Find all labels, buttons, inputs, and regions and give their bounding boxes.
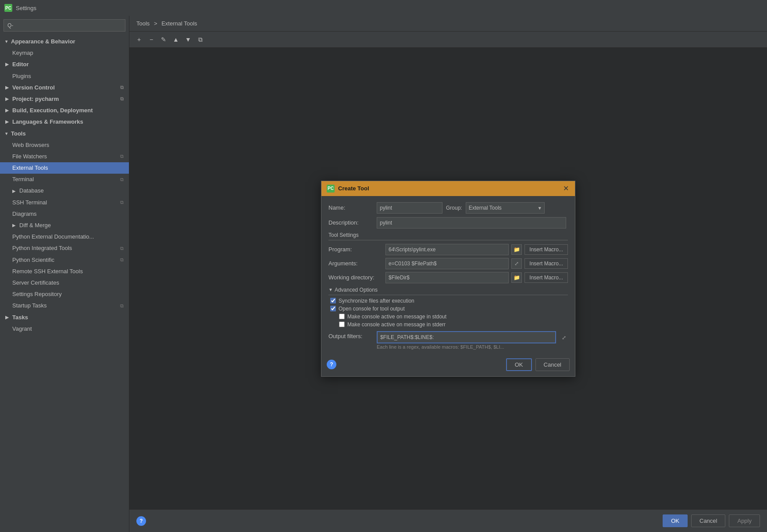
description-row: Description: xyxy=(328,217,568,229)
sidebar-label-vagrant: Vagrant xyxy=(12,325,32,333)
sidebar-item-diagrams[interactable]: Diagrams xyxy=(0,208,129,220)
make-active-stdout-checkbox[interactable] xyxy=(339,314,345,319)
arguments-input[interactable] xyxy=(385,258,509,269)
sync-files-checkbox[interactable] xyxy=(330,298,336,303)
output-filters-row: Output filters: ⤢ Each line is a regex, … xyxy=(328,331,568,350)
arguments-insert-macro-button[interactable]: Insert Macro... xyxy=(524,258,568,269)
dialog-ok-button[interactable]: OK xyxy=(506,358,532,371)
sidebar-label-build-execution: Build, Execution, Deployment xyxy=(12,107,93,114)
sidebar-label-plugins: Plugins xyxy=(12,72,31,80)
sidebar-item-project-pycharm[interactable]: ▶ Project: pycharm ⧉ xyxy=(0,93,129,105)
working-dir-label: Working directory: xyxy=(328,274,385,281)
breadcrumb-parent: Tools xyxy=(136,20,150,27)
sidebar-item-editor[interactable]: ▶ Editor xyxy=(0,59,129,70)
sidebar-item-startup-tasks[interactable]: Startup Tasks ⧉ xyxy=(0,300,129,311)
sidebar-label-web-browsers: Web Browsers xyxy=(12,141,49,149)
arguments-label: Arguments: xyxy=(328,260,385,267)
group-select[interactable]: External Tools xyxy=(466,202,545,214)
sidebar-item-diff-merge[interactable]: ▶ Diff & Merge xyxy=(0,220,129,231)
sidebar-label-python-integrated-tools: Python Integrated Tools xyxy=(12,244,72,252)
expand-arrow-vc: ▶ xyxy=(5,85,9,91)
program-insert-macro-button[interactable]: Insert Macro... xyxy=(524,244,568,255)
toolbar: + − ✎ ▲ ▼ ⧉ xyxy=(129,32,767,48)
copy-icon-vc: ⧉ xyxy=(120,84,124,91)
make-active-stderr-checkbox[interactable] xyxy=(339,321,345,327)
sidebar-item-web-browsers[interactable]: Web Browsers xyxy=(0,139,129,151)
dialog-title-text: Create Tool xyxy=(338,185,369,192)
dialog-app-icon: PC xyxy=(327,185,335,193)
sidebar-item-tasks[interactable]: ▶ Tasks xyxy=(0,312,129,323)
sidebar-item-remote-ssh-tools[interactable]: Remote SSH External Tools xyxy=(0,266,129,277)
sidebar-item-external-tools[interactable]: External Tools xyxy=(0,162,129,174)
main-help-button[interactable]: ? xyxy=(136,516,146,526)
sidebar-item-server-certificates[interactable]: Server Certificates xyxy=(0,277,129,289)
sidebar-item-build-execution[interactable]: ▶ Build, Execution, Deployment xyxy=(0,105,129,116)
program-input[interactable] xyxy=(385,244,509,255)
sidebar-item-vagrant[interactable]: Vagrant xyxy=(0,323,129,335)
sidebar-label-tools: Tools xyxy=(11,130,26,138)
sidebar-label-database: Database xyxy=(19,187,44,195)
arguments-expand-button[interactable]: ⤢ xyxy=(511,258,522,269)
working-dir-browse-button[interactable]: 📁 xyxy=(511,272,522,283)
make-active-stdout-label: Make console active on message in stdout xyxy=(347,314,446,320)
sidebar-item-keymap[interactable]: Keymap xyxy=(0,47,129,59)
name-group-row: Name: Group: External Tools ▼ xyxy=(328,202,568,214)
edit-tool-button[interactable]: ✎ xyxy=(158,34,169,45)
sidebar-label-appearance-behavior: Appearance & Behavior xyxy=(11,38,75,46)
sidebar-item-database[interactable]: ▶ Database xyxy=(0,185,129,196)
working-dir-insert-macro-button[interactable]: Insert Macro... xyxy=(524,272,568,283)
tool-settings: Program: 📁 Insert Macro... Arg xyxy=(328,244,568,283)
output-filters-expand-button[interactable]: ⤢ xyxy=(560,333,568,342)
output-filters-input[interactable] xyxy=(377,331,556,343)
working-dir-input[interactable] xyxy=(385,272,509,283)
move-down-button[interactable]: ▼ xyxy=(183,34,193,45)
dialog-cancel-button[interactable]: Cancel xyxy=(535,358,570,371)
sidebar-item-languages-frameworks[interactable]: ▶ Languages & Frameworks xyxy=(0,116,129,128)
make-active-stderr-label: Make console active on message in stderr xyxy=(347,321,446,328)
sidebar-item-ssh-terminal[interactable]: SSH Terminal ⧉ xyxy=(0,197,129,208)
copy-tool-button[interactable]: ⧉ xyxy=(195,34,206,45)
name-input[interactable] xyxy=(377,202,442,214)
sidebar-label-diff-merge: Diff & Merge xyxy=(19,221,51,229)
sidebar-item-python-scientific[interactable]: Python Scientific ⧉ xyxy=(0,254,129,266)
right-panel: Tools > External Tools + − ✎ ▲ ▼ ⧉ xyxy=(129,16,767,532)
description-input[interactable] xyxy=(377,217,566,229)
output-filters-hint: Each line is a regex, available macros: … xyxy=(377,344,568,350)
add-tool-button[interactable]: + xyxy=(134,34,144,45)
sidebar-item-python-integrated-tools[interactable]: Python Integrated Tools ⧉ xyxy=(0,243,129,254)
help-button[interactable]: ? xyxy=(327,360,336,369)
expand-arrow-appearance: ▾ xyxy=(5,39,7,45)
expand-arrow-database: ▶ xyxy=(12,188,16,194)
collapse-arrow-icon: ▼ xyxy=(328,287,333,292)
sidebar-item-python-external-docs[interactable]: Python External Documentatio... xyxy=(0,231,129,243)
sync-files-label: Synchronize files after execution xyxy=(339,298,414,304)
move-up-button[interactable]: ▲ xyxy=(171,34,181,45)
sidebar-item-terminal[interactable]: Terminal ⧉ xyxy=(0,174,129,185)
expand-arrow-editor: ▶ xyxy=(5,61,9,68)
search-input[interactable] xyxy=(4,19,125,32)
main-cancel-button[interactable]: Cancel xyxy=(691,514,725,527)
sidebar-item-settings-repository[interactable]: Settings Repository xyxy=(0,289,129,300)
sidebar-item-plugins[interactable]: Plugins xyxy=(0,71,129,82)
sidebar-label-terminal: Terminal xyxy=(12,175,34,183)
sync-files-row: Synchronize files after execution xyxy=(328,298,568,304)
panel-content: PC Create Tool ✕ Name: Group: xyxy=(129,48,767,509)
sidebar-label-file-watchers: File Watchers xyxy=(12,153,47,161)
advanced-options-header[interactable]: ▼ Advanced Options xyxy=(328,287,568,295)
open-console-checkbox[interactable] xyxy=(330,306,336,311)
sidebar-label-external-tools: External Tools xyxy=(12,164,48,172)
group-select-wrap: External Tools ▼ xyxy=(466,202,545,214)
sidebar-label-project-pycharm: Project: pycharm xyxy=(12,95,59,103)
sidebar-item-appearance-behavior[interactable]: ▾ Appearance & Behavior xyxy=(0,36,129,47)
sidebar-item-version-control[interactable]: ▶ Version Control ⧉ xyxy=(0,82,129,93)
dialog-close-button[interactable]: ✕ xyxy=(562,185,570,192)
app-icon: PC xyxy=(4,4,12,12)
main-apply-button[interactable]: Apply xyxy=(729,514,760,527)
output-filters-label: Output filters: xyxy=(328,331,377,339)
sidebar-item-file-watchers[interactable]: File Watchers ⧉ xyxy=(0,151,129,162)
main-ok-button[interactable]: OK xyxy=(663,514,688,527)
search-box[interactable] xyxy=(4,19,125,32)
program-browse-button[interactable]: 📁 xyxy=(511,244,522,255)
sidebar-item-tools[interactable]: ▾ Tools xyxy=(0,128,129,139)
remove-tool-button[interactable]: − xyxy=(146,34,157,45)
